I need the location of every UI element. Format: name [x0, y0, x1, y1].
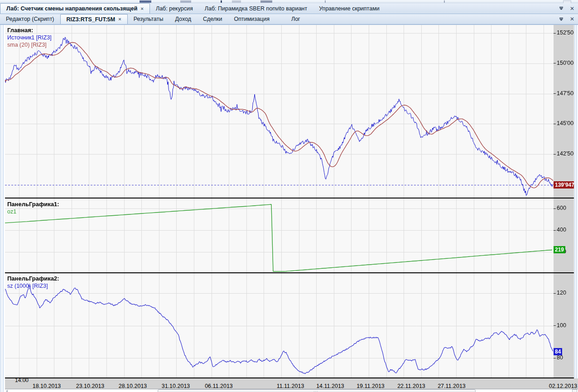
x-axis-date-label: 06.11.2013: [198, 383, 239, 389]
x-axis-date-label: 28.10.2013: [112, 383, 153, 389]
panel-title: Главная:: [7, 27, 52, 34]
tab-optimizaciya[interactable]: Оптимизация: [228, 14, 275, 24]
y-axis-tick-mark: [554, 230, 556, 231]
tab-editor-script[interactable]: Редактор (Скрипт): [0, 14, 60, 24]
tab-doc-upravlenie-skriptami[interactable]: Управление скриптами: [313, 3, 385, 14]
y-axis-tick-mark: [554, 124, 556, 124]
tab-label: Лог: [291, 16, 300, 22]
tab-label: Лаб: рекурсия: [156, 5, 193, 12]
legend-series-oz1: oz1: [7, 208, 59, 215]
toolbar-icon-fragment: [232, 0, 241, 3]
tab-label: Редактор (Скрипт): [6, 16, 54, 22]
y-axis-tick-label: 400: [557, 227, 566, 233]
toolbar-icon-fragment: [444, 0, 445, 3]
x-axis-date-label: 19.11.2013: [350, 383, 391, 389]
y-axis-tick-mark: [554, 63, 556, 63]
scrollbar-grip-icon: ∙∙∙: [313, 389, 318, 392]
toolbar-icon-fragment: [260, 0, 272, 3]
tab-sdelki[interactable]: Сделки: [197, 14, 228, 24]
tab-dohod[interactable]: Доход: [169, 14, 197, 24]
toolbar-strip-partial: [0, 0, 578, 3]
tab-doc-piramidka[interactable]: Лаб: Пирамидка SBER nonvito вариант: [199, 3, 313, 14]
tab-label: Доход: [175, 16, 191, 22]
toolbar-icon-fragment: [140, 0, 151, 3]
h-scrollbar[interactable]: ∙∙∙: [0, 389, 578, 392]
close-pane-icon[interactable]: ✕: [569, 16, 575, 22]
panel-title: ПанельГрафика2:: [7, 275, 59, 282]
h-scrollbar-thumb[interactable]: ∙∙∙: [158, 389, 476, 392]
tab-label: Оптимизация: [234, 16, 270, 22]
tab-label: Управление скриптами: [319, 5, 380, 12]
document-tab-bar: Лаб: Счетчик смены направления скользяще…: [0, 3, 578, 14]
panel-title: ПанельГрафика1:: [7, 201, 59, 208]
last-value-badge: 139'947: [554, 181, 576, 189]
x-axis-date-label: 23.10.2013: [70, 383, 111, 389]
legend-series-sz: sz (1000) [RIZ3]: [7, 282, 59, 290]
legend-series-source: Источник1 [RIZ3]: [7, 34, 52, 41]
tab-rezultaty[interactable]: Результаты: [128, 14, 169, 24]
legend-series-sma: sma (20) [RIZ3]: [7, 41, 52, 48]
x-axis-date-label: 22.11.2013: [391, 383, 432, 389]
left-splitter-stripes[interactable]: [0, 25, 5, 392]
y-axis-tick-label: 80: [557, 354, 563, 361]
x-axis-date-label: 18.10.2013: [26, 383, 67, 389]
scroll-left-arrow-icon[interactable]: [6, 390, 8, 392]
tab-doc-schetchik[interactable]: Лаб: Счетчик смены направления скользяще…: [0, 3, 150, 14]
dock-menu-icon[interactable]: [558, 16, 564, 22]
close-pane-icon[interactable]: ✕: [569, 5, 575, 12]
x-axis-date-label: 11.11.2013: [270, 383, 311, 389]
last-value-badge: 219: [554, 246, 565, 253]
tab-label: Лаб: Счетчик смены направления скользяще…: [6, 5, 138, 12]
tab-log[interactable]: Лог: [285, 14, 306, 24]
tab-label: RIZ3:RTS_FUT:5M: [67, 16, 116, 23]
y-axis-tick-mark: [554, 325, 556, 326]
y-axis-tick-mark: [554, 33, 556, 34]
y-axis-tick-mark: [554, 293, 556, 294]
dock-menu-icon[interactable]: [558, 5, 564, 12]
tab-close-icon[interactable]: ×: [118, 17, 121, 22]
last-value-badge: 84: [554, 348, 562, 355]
tab-doc-rekursiya[interactable]: Лаб: рекурсия: [150, 3, 199, 14]
y-axis-tick-label: 600: [557, 205, 566, 211]
y-axis-tick-label: 120: [557, 290, 566, 296]
y-axis-tick-mark: [554, 358, 556, 358]
x-axis-date-label: 02.12.2013: [543, 383, 578, 389]
toolbar-icon-fragment: [221, 0, 222, 3]
y-axis-tick-mark: [554, 208, 556, 209]
tab-label: Лаб: Пирамидка SBER nonvito вариант: [205, 5, 307, 12]
main-panel-legend: Главная: Источник1 [RIZ3] sma (20) [RIZ3…: [7, 27, 52, 48]
toolbar-icon-fragment: [325, 0, 326, 3]
pane1-legend: ПанельГрафика1: oz1: [7, 201, 59, 215]
tab-label: Сделки: [203, 16, 222, 22]
pane2-legend: ПанельГрафика2: sz (1000) [RIZ3]: [7, 275, 59, 290]
toolbar-icon-fragment: [180, 0, 191, 3]
x-axis-date-label: 31.10.2013: [155, 383, 196, 389]
y-axis-tick-mark: [554, 93, 556, 94]
y-axis-tick-label: 100: [557, 322, 566, 329]
y-axis-tick-mark: [554, 154, 556, 155]
time-axis[interactable]: 14:00 18.10.201323.10.201328.10.201331.1…: [0, 378, 578, 389]
right-splitter-stripes[interactable]: [574, 25, 578, 378]
tab-label: Результаты: [134, 16, 164, 22]
x-axis-date-label: 27.11.2013: [431, 383, 472, 389]
price-axis-labels: 152'500150'000147'500145'000142'500139'9…: [554, 25, 576, 378]
x-axis-date-label: 14.11.2013: [310, 383, 351, 389]
tab-close-icon[interactable]: ×: [141, 6, 144, 11]
chart-canvas[interactable]: [5, 25, 574, 378]
scrollbar-corner: [572, 389, 577, 392]
tab-riz3-chart[interactable]: RIZ3:RTS_FUT:5M ×: [60, 14, 128, 24]
view-tab-bar: Редактор (Скрипт) RIZ3:RTS_FUT:5M × Резу…: [0, 14, 578, 25]
